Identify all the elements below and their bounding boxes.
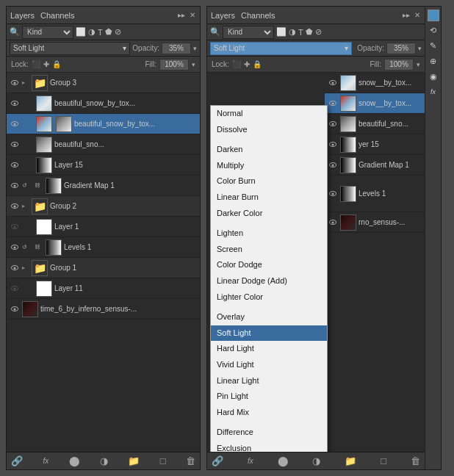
pixel-icon[interactable]: ⬜ — [76, 27, 86, 37]
layer-row-r[interactable]: Levels 1 — [325, 176, 425, 212]
panel-close-right[interactable]: ✕ — [414, 10, 421, 20]
panel-close-left[interactable]: ✕ — [189, 10, 196, 20]
eye-icon[interactable] — [10, 160, 20, 170]
layer-row[interactable]: Layer 15 — [7, 155, 200, 176]
opacity-value-right[interactable]: 35% — [386, 43, 416, 54]
delete-layer-btn-r[interactable]: 🗑 — [411, 455, 420, 466]
blend-option-dissolve[interactable]: Dissolve — [211, 122, 327, 138]
eye-icon-r[interactable] — [328, 98, 338, 109]
link-layers-btn-r[interactable]: 🔗 — [212, 455, 223, 466]
new-group-btn-r[interactable]: 📁 — [345, 455, 356, 466]
eye-icon[interactable] — [10, 304, 20, 314]
lock-all-icon-r[interactable]: 🔒 — [253, 60, 262, 68]
blend-option-difference[interactable]: Difference — [211, 425, 327, 441]
tool-2[interactable]: ✎ — [427, 39, 440, 52]
layer-row-r[interactable]: snow__by_tox... — [325, 93, 425, 114]
eye-icon[interactable] — [10, 119, 20, 129]
layer-row[interactable]: Layer 11 — [7, 278, 200, 299]
layer-row[interactable]: ▸ 📁 Group 2 — [7, 196, 200, 217]
layer-row[interactable]: ▸ 📁 Group 1 — [7, 258, 200, 278]
blend-option-pin-light[interactable]: Pin Light — [211, 389, 327, 405]
adjustment-icon[interactable]: ◑ — [88, 27, 96, 37]
eye-icon[interactable] — [10, 78, 20, 88]
color-swatch[interactable] — [428, 10, 439, 21]
tool-fx[interactable]: fx — [427, 85, 440, 98]
panel-menu-right[interactable]: ▸▸ — [402, 10, 411, 20]
new-layer-btn[interactable]: □ — [160, 455, 166, 466]
layer-row-r[interactable]: rno_sensus-... — [325, 212, 425, 233]
kind-dropdown-right[interactable]: Kind — [223, 26, 274, 39]
blend-option-hard-mix[interactable]: Hard Mix — [211, 405, 327, 421]
layer-row[interactable]: time_6_by_inferno_sensus-... — [7, 299, 200, 320]
blend-option-vivid-light[interactable]: Vivid Light — [211, 357, 327, 373]
blend-option-exclusion[interactable]: Exclusion — [211, 441, 327, 452]
blend-option-color-burn[interactable]: Color Burn — [211, 173, 327, 190]
new-layer-btn-r[interactable]: □ — [381, 455, 386, 466]
tool-4[interactable]: ◉ — [427, 70, 440, 83]
link-layers-btn[interactable]: 🔗 — [11, 455, 23, 466]
lock-move-icon-r[interactable]: ✚ — [244, 60, 250, 68]
eye-icon-r[interactable] — [328, 160, 338, 170]
layer-row[interactable]: beautiful_snow_by_tox... — [7, 93, 200, 114]
tab-layers-left[interactable]: Layers — [10, 11, 35, 20]
tool-3[interactable]: ⊕ — [427, 54, 440, 68]
fill-value-right[interactable] — [384, 59, 414, 71]
eye-icon[interactable] — [10, 242, 20, 253]
blend-option-linear-dodge[interactable]: Linear Dodge (Add) — [211, 273, 327, 289]
eye-icon-r[interactable] — [328, 217, 338, 228]
kind-dropdown-left[interactable]: Kind — [22, 26, 73, 39]
eye-icon[interactable] — [10, 263, 20, 273]
eye-icon-r[interactable] — [328, 140, 338, 150]
eye-icon-r[interactable] — [328, 78, 338, 88]
blend-mode-left[interactable]: Soft Light ▾ — [10, 42, 130, 55]
fill-value-left[interactable] — [159, 59, 189, 71]
pixel-icon-r[interactable]: ⬜ — [276, 27, 287, 37]
eye-icon[interactable] — [10, 140, 20, 150]
eye-icon[interactable] — [10, 181, 20, 191]
layer-row[interactable]: ▸ 📁 Group 3 — [7, 73, 200, 93]
fx-btn[interactable]: fx — [43, 457, 48, 465]
panel-menu-left[interactable]: ▸▸ — [177, 10, 186, 20]
type-icon-r[interactable]: T — [298, 28, 303, 37]
layer-row[interactable]: ↺ ⛓ Gradient Map 1 — [7, 176, 200, 196]
blend-mode-right[interactable]: Soft Light ▾ — [210, 42, 352, 55]
lock-pixel-icon-r[interactable]: ⬛ — [232, 60, 241, 68]
opacity-value-left[interactable]: 35% — [162, 43, 191, 54]
smart-icon[interactable]: ⊘ — [115, 27, 121, 37]
blend-option-color-dodge[interactable]: Color Dodge — [211, 257, 327, 273]
blend-option-normal[interactable]: Normal — [211, 106, 327, 122]
blend-option-hard-light[interactable]: Hard Light — [211, 341, 327, 357]
blend-option-linear-burn[interactable]: Linear Burn — [211, 190, 327, 206]
blend-option-lighten[interactable]: Lighten — [211, 226, 327, 242]
layer-row-r[interactable]: yer 15 — [325, 134, 425, 155]
adjustment-btn-r[interactable]: ◑ — [312, 455, 320, 466]
eye-icon-r[interactable] — [328, 189, 338, 199]
blend-option-screen[interactable]: Screen — [211, 242, 327, 258]
tab-layers-right[interactable]: Layers — [211, 11, 235, 20]
blend-option-overlay[interactable]: Overlay — [211, 309, 327, 325]
adjustment-btn[interactable]: ◑ — [100, 455, 108, 466]
fx-btn-r[interactable]: fx — [248, 457, 253, 465]
blend-option-soft-light[interactable]: Soft Light — [211, 325, 327, 342]
eye-icon[interactable] — [10, 98, 20, 109]
eye-icon[interactable] — [10, 201, 20, 212]
eye-icon-r[interactable] — [328, 119, 338, 129]
type-icon[interactable]: T — [98, 28, 103, 37]
shape-icon-r[interactable]: ⬟ — [306, 27, 313, 37]
blend-option-multiply[interactable]: Multiply — [211, 158, 327, 174]
lock-pixel-icon[interactable]: ⬛ — [32, 60, 40, 68]
lock-move-icon[interactable]: ✚ — [43, 60, 49, 68]
add-mask-btn-r[interactable]: ⬤ — [278, 455, 289, 466]
adjustment-icon-r[interactable]: ◑ — [289, 27, 296, 37]
layer-row-r[interactable]: beautiful_sno... — [325, 114, 425, 134]
layer-row[interactable]: Layer 1 — [7, 217, 200, 237]
smart-icon-r[interactable]: ⊘ — [315, 27, 322, 37]
tab-channels-left[interactable]: Channels — [40, 11, 74, 20]
layer-row-r[interactable]: Gradient Map 1 — [325, 155, 425, 176]
blend-option-linear-light[interactable]: Linear Light — [211, 373, 327, 389]
layer-row-r[interactable]: snow__by_tox... — [325, 73, 425, 93]
shape-icon[interactable]: ⬟ — [105, 27, 112, 37]
add-mask-btn[interactable]: ⬤ — [69, 455, 80, 466]
blend-option-darken[interactable]: Darken — [211, 142, 327, 158]
blend-option-darker-color[interactable]: Darker Color — [211, 206, 327, 222]
